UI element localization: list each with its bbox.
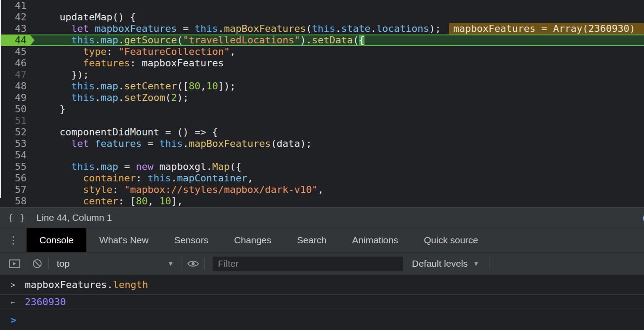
line-number-52[interactable]: 52	[0, 127, 35, 138]
code-content: this.map = new mapboxgl.Map({	[35, 161, 644, 173]
code-line: 50 }	[0, 104, 644, 115]
code-token: ,	[318, 184, 323, 196]
line-number-56[interactable]: 56	[0, 173, 35, 184]
code-editor[interactable]: 4142 updateMap() {43 let mapboxFeatures …	[0, 0, 644, 207]
code-token: ,	[147, 196, 159, 207]
code-token	[48, 81, 71, 92]
code-token	[48, 92, 71, 104]
code-token: type	[83, 46, 106, 58]
line-number-55[interactable]: 55	[0, 161, 35, 173]
code-token: mapBoxFeatures	[189, 138, 271, 150]
line-number-53[interactable]: 53	[0, 138, 35, 150]
tab-sensors[interactable]: Sensors	[161, 228, 221, 252]
console-prompt[interactable]: >	[0, 310, 644, 330]
code-content	[35, 115, 644, 127]
code-token: :	[136, 173, 148, 184]
code-token: setZoom	[124, 92, 165, 104]
toolbar-divider	[48, 257, 49, 270]
eye-icon	[187, 259, 199, 268]
line-number-51[interactable]: 51	[0, 115, 35, 127]
code-token: this	[194, 23, 218, 35]
create-live-expression-button[interactable]	[184, 255, 202, 272]
code-token: .	[335, 23, 341, 35]
tab-console[interactable]: Console	[27, 228, 86, 252]
code-token: this	[71, 161, 95, 173]
code-content: let features = this.mapBoxFeatures(data)…	[35, 138, 644, 150]
code-line: 46 features: mapboxFeatures	[0, 58, 644, 69]
code-token: "mapbox://styles/mapbox/dark-v10"	[124, 184, 318, 196]
tab-quick-source[interactable]: Quick source	[411, 228, 491, 252]
console-messages: >mapboxFeatures.length←2360930 >	[0, 275, 644, 330]
code-token: map	[101, 35, 118, 46]
code-token: (	[177, 35, 182, 46]
drawer-tabbar: ⋮ ConsoleWhat's NewSensorsChangesSearchA…	[0, 228, 644, 252]
code-line: 43 let mapboxFeatures = this.mapBoxFeatu…	[0, 23, 644, 35]
code-token: {	[359, 35, 365, 46]
code-token: style	[83, 184, 112, 196]
code-token: map	[101, 92, 118, 104]
code-content: this.map.getSource("travelledLocations")…	[35, 35, 644, 46]
line-number-47[interactable]: 47	[0, 69, 35, 81]
code-token: mapboxFeatures.	[25, 279, 113, 291]
console-filter-input[interactable]	[213, 257, 403, 271]
code-token: mapboxgl.	[153, 161, 212, 173]
code-line: 47 });	[0, 69, 644, 81]
input-chevron-icon: >	[11, 279, 25, 291]
code-line: 49 this.map.setZoom(2);	[0, 92, 644, 104]
message-text: mapboxFeatures.length	[25, 279, 148, 291]
tab-what-s-new[interactable]: What's New	[86, 228, 161, 252]
tab-search[interactable]: Search	[284, 228, 340, 252]
code-token: .	[183, 138, 189, 150]
code-token: setCenter	[124, 81, 177, 92]
line-number-46[interactable]: 46	[0, 58, 35, 69]
drawer-tabs: ConsoleWhat's NewSensorsChangesSearchAni…	[27, 228, 491, 252]
line-number-43[interactable]: 43	[0, 23, 35, 35]
tab-changes[interactable]: Changes	[221, 228, 284, 252]
javascript-context-dropdown[interactable]: top ▼	[50, 258, 180, 269]
code-token: this	[71, 92, 95, 104]
line-number-45[interactable]: 45	[0, 46, 35, 58]
clear-console-button[interactable]	[28, 255, 47, 272]
code-content: center: [80, 10],	[35, 196, 644, 207]
code-token: ,	[247, 173, 253, 184]
log-levels-dropdown[interactable]: Default levels ▼	[412, 258, 479, 269]
code-token: features	[83, 58, 130, 69]
code-content: componentDidMount = () => {	[35, 127, 644, 138]
code-token: .	[95, 161, 101, 173]
code-line: 56 container: this.mapContainer,	[0, 173, 644, 184]
code-content: features: mapboxFeatures	[35, 58, 644, 69]
code-token: features	[95, 138, 142, 150]
cursor-position-label: Line 44, Column 1	[36, 212, 112, 223]
code-token: Map	[212, 161, 230, 173]
pretty-print-icon[interactable]: { }	[8, 213, 26, 223]
tab-animations[interactable]: Animations	[339, 228, 411, 252]
code-lines: 4142 updateMap() {43 let mapboxFeatures …	[0, 0, 644, 207]
line-number-44[interactable]: 44	[0, 35, 35, 46]
line-number-54[interactable]: 54	[0, 150, 35, 161]
more-tabs-menu-icon[interactable]: ⋮	[0, 228, 27, 252]
code-line: 48 this.map.setCenter([80,10]);	[0, 81, 644, 92]
code-token: this	[147, 173, 171, 184]
code-token: ]);	[218, 81, 236, 92]
line-number-41[interactable]: 41	[0, 0, 35, 12]
editor-statusbar: { } Line 44, Column 1 (	[0, 207, 644, 228]
show-console-sidebar-button[interactable]	[5, 255, 24, 272]
code-line: 42 updateMap() {	[0, 12, 644, 23]
code-token	[48, 35, 71, 46]
return-value-arrow-icon: ←	[11, 296, 25, 308]
editor-left-edge-line	[0, 0, 1, 198]
log-levels-label: Default levels	[412, 258, 468, 269]
line-number-42[interactable]: 42	[0, 12, 35, 23]
line-number-49[interactable]: 49	[0, 92, 35, 104]
line-number-50[interactable]: 50	[0, 104, 35, 115]
code-token: .	[95, 35, 101, 46]
code-line: 44 this.map.getSource("travelledLocation…	[0, 35, 644, 46]
line-number-57[interactable]: 57	[0, 184, 35, 196]
devtools-window: 4142 updateMap() {43 let mapboxFeatures …	[0, 0, 644, 330]
line-number-58[interactable]: 58	[0, 196, 35, 207]
code-token: this	[71, 81, 95, 92]
code-token: let	[71, 138, 89, 150]
inline-eval-badge: mapboxFeatures = Array(2360930)	[449, 23, 644, 35]
code-line: 53 let features = this.mapBoxFeatures(da…	[0, 138, 644, 150]
line-number-48[interactable]: 48	[0, 81, 35, 92]
